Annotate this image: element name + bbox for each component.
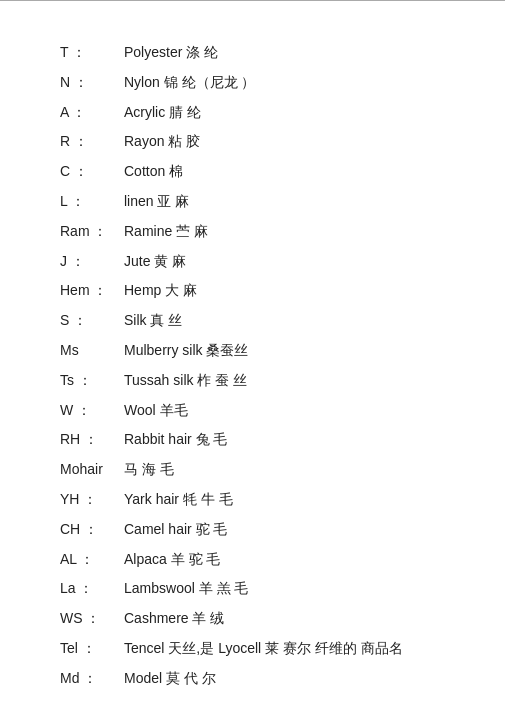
item-desc: Acrylic 腈 纶 (124, 101, 201, 125)
item-desc: Model 莫 代 尔 (124, 667, 216, 691)
item-label: A ： (60, 101, 120, 125)
item-label: Ram ： (60, 220, 120, 244)
item-label: Hem ： (60, 279, 120, 303)
list-item: R ：Rayon 粘 胶 (60, 130, 445, 154)
list-item: Mohair马 海 毛 (60, 458, 445, 482)
list-item: Hem ：Hemp 大 麻 (60, 279, 445, 303)
item-desc: Alpaca 羊 驼 毛 (124, 548, 220, 572)
list-item: RH ：Rabbit hair 兔 毛 (60, 428, 445, 452)
list-item: A ：Acrylic 腈 纶 (60, 101, 445, 125)
item-label: C ： (60, 160, 120, 184)
item-desc: Silk 真 丝 (124, 309, 182, 333)
item-desc: Rabbit hair 兔 毛 (124, 428, 227, 452)
item-label: WS ： (60, 607, 120, 631)
list-item: Ram ：Ramine 苎 麻 (60, 220, 445, 244)
item-desc: Camel hair 驼 毛 (124, 518, 227, 542)
item-desc: Ramine 苎 麻 (124, 220, 208, 244)
items-list: T ：Polyester 涤 纶N ：Nylon 锦 纶（尼龙 ）A ：Acry… (60, 41, 445, 691)
item-label: T ： (60, 41, 120, 65)
item-label: S ： (60, 309, 120, 333)
item-label: R ： (60, 130, 120, 154)
list-item: C ：Cotton 棉 (60, 160, 445, 184)
list-item: T ：Polyester 涤 纶 (60, 41, 445, 65)
list-item: La ：Lambswool 羊 羔 毛 (60, 577, 445, 601)
item-desc: Tencel 天丝,是 Lyocell 莱 赛尔 纤维的 商品名 (124, 637, 403, 661)
item-desc: Jute 黄 麻 (124, 250, 186, 274)
list-item: YH ：Yark hair 牦 牛 毛 (60, 488, 445, 512)
list-item: W ：Wool 羊毛 (60, 399, 445, 423)
item-desc: Polyester 涤 纶 (124, 41, 218, 65)
content-area: T ：Polyester 涤 纶N ：Nylon 锦 纶（尼龙 ）A ：Acry… (0, 1, 505, 714)
item-desc: Cotton 棉 (124, 160, 183, 184)
list-item: S ：Silk 真 丝 (60, 309, 445, 333)
item-desc: Yark hair 牦 牛 毛 (124, 488, 233, 512)
item-label: W ： (60, 399, 120, 423)
item-label: La ： (60, 577, 120, 601)
item-label: Ts ： (60, 369, 120, 393)
item-desc: Nylon 锦 纶（尼龙 ） (124, 71, 255, 95)
item-desc: Rayon 粘 胶 (124, 130, 200, 154)
item-desc: Tussah silk 柞 蚕 丝 (124, 369, 247, 393)
item-label: Md ： (60, 667, 120, 691)
item-desc: Lambswool 羊 羔 毛 (124, 577, 248, 601)
list-item: AL ：Alpaca 羊 驼 毛 (60, 548, 445, 572)
list-item: WS ：Cashmere 羊 绒 (60, 607, 445, 631)
list-item: L ：linen 亚 麻 (60, 190, 445, 214)
list-item: Ts ：Tussah silk 柞 蚕 丝 (60, 369, 445, 393)
item-desc: 马 海 毛 (124, 458, 174, 482)
item-label: AL ： (60, 548, 120, 572)
item-desc: Mulberry silk 桑蚕丝 (124, 339, 248, 363)
item-desc: Hemp 大 麻 (124, 279, 197, 303)
item-label: N ： (60, 71, 120, 95)
item-desc: linen 亚 麻 (124, 190, 189, 214)
list-item: J ：Jute 黄 麻 (60, 250, 445, 274)
list-item: Ms Mulberry silk 桑蚕丝 (60, 339, 445, 363)
item-desc: Wool 羊毛 (124, 399, 188, 423)
item-label: J ： (60, 250, 120, 274)
item-label: Mohair (60, 458, 120, 482)
item-label: Ms (60, 339, 120, 363)
item-label: Tel ： (60, 637, 120, 661)
item-label: YH ： (60, 488, 120, 512)
list-item: Md ：Model 莫 代 尔 (60, 667, 445, 691)
item-label: L ： (60, 190, 120, 214)
item-label: CH ： (60, 518, 120, 542)
list-item: CH ：Camel hair 驼 毛 (60, 518, 445, 542)
item-label: RH ： (60, 428, 120, 452)
item-desc: Cashmere 羊 绒 (124, 607, 224, 631)
list-item: N ：Nylon 锦 纶（尼龙 ） (60, 71, 445, 95)
list-item: Tel ：Tencel 天丝,是 Lyocell 莱 赛尔 纤维的 商品名 (60, 637, 445, 661)
